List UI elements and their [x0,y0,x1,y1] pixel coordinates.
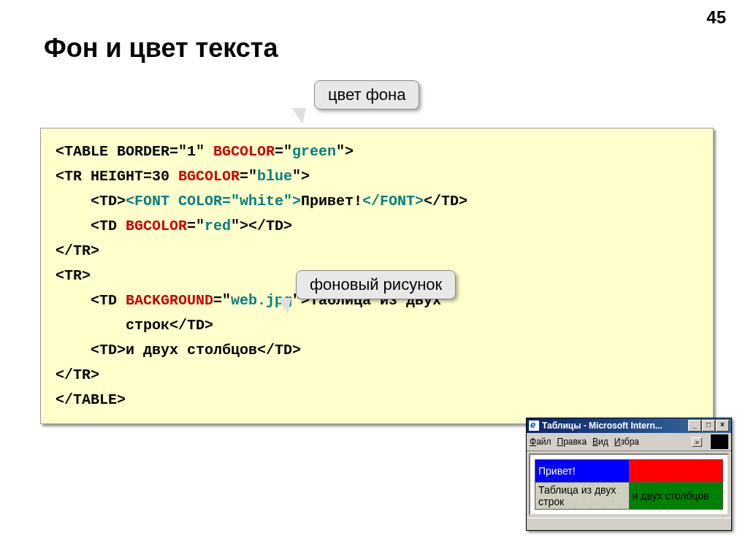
callout-bg-color: цвет фона [314,80,419,110]
menu-overflow[interactable]: » [692,437,702,447]
callout-tail-2 [278,298,291,314]
browser-content: Привет! Таблица из двух строк и двух сто… [529,453,729,515]
callout-tail-1 [292,108,306,124]
browser-titlebar: Таблицы - Microsoft Intern... _ □ × [527,418,731,433]
close-button[interactable]: × [716,420,729,431]
cell-blue: Привет! [535,460,630,483]
browser-menubar: Файл Правка Вид Избра » [527,433,731,451]
page-number: 45 [706,7,726,28]
browser-statusbar [527,518,731,530]
browser-preview: Таблицы - Microsoft Intern... _ □ × Файл… [526,418,732,531]
slide-title: Фон и цвет текста [44,33,278,64]
menu-file[interactable]: Файл [530,437,552,447]
minimize-button[interactable]: _ [688,420,701,431]
rendered-table: Привет! Таблица из двух строк и двух сто… [535,459,723,510]
browser-title: Таблицы - Microsoft Intern... [542,421,688,431]
menu-fav[interactable]: Избра [614,437,639,447]
cell-red [629,460,723,483]
ie-icon [529,421,539,431]
maximize-button[interactable]: □ [702,420,715,431]
menu-view[interactable]: Вид [592,437,608,447]
cell-web-bg: Таблица из двух строк [535,483,630,510]
callout-bg-image: фоновый рисунок [296,270,456,299]
ie-throbber-icon [711,434,728,449]
menu-edit[interactable]: Правка [557,437,587,447]
cell-green: и двух столбцов [629,483,723,510]
